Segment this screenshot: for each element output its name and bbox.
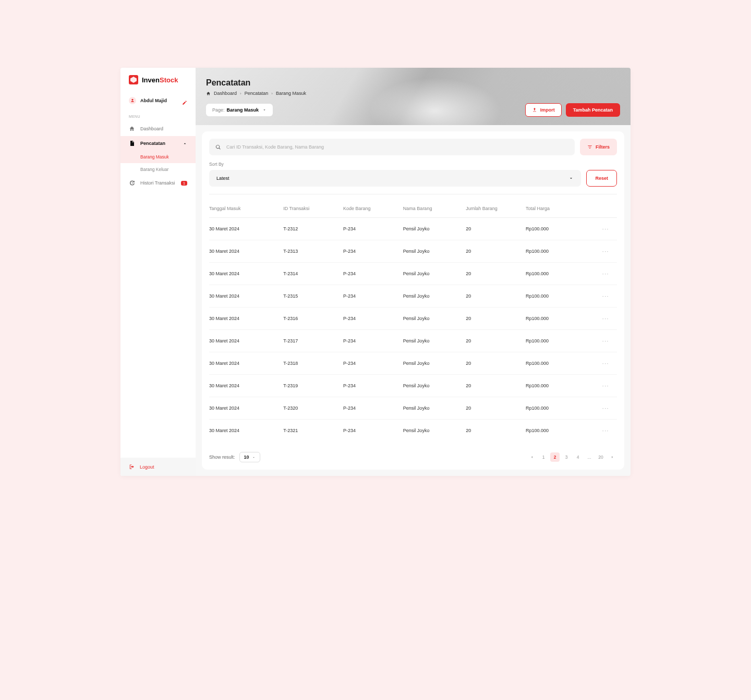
cell: Rp100.000: [526, 361, 594, 366]
page-number[interactable]: 1: [539, 452, 548, 462]
filters-label: Filters: [596, 144, 610, 150]
cell: Pensil Joyko: [403, 271, 466, 276]
page-number[interactable]: 2: [550, 452, 560, 462]
nav-pencatatan[interactable]: Pencatatan: [120, 136, 196, 151]
table-row: 30 Maret 2024T-2316P-234Pensil Joyko20Rp…: [209, 308, 617, 330]
pagination: 1234...20: [527, 452, 617, 462]
row-actions[interactable]: ···: [594, 292, 617, 300]
cell: T-2313: [283, 249, 343, 254]
page-selector-label: Page:: [212, 107, 225, 113]
row-actions[interactable]: ···: [594, 270, 617, 277]
nav-histori[interactable]: Histori Transaksi 1: [120, 176, 196, 190]
page-number[interactable]: 3: [562, 452, 571, 462]
logout-label: Logout: [140, 464, 154, 470]
crumb[interactable]: Dashboard: [214, 91, 237, 96]
row-actions[interactable]: ···: [594, 225, 617, 232]
cell: T-2316: [283, 316, 343, 321]
nav-dashboard[interactable]: Dashboard: [120, 121, 196, 136]
separator: ›: [271, 91, 273, 96]
sub-barang-keluar[interactable]: Barang Keluar: [120, 163, 196, 176]
cell: 20: [466, 406, 526, 411]
document-icon: [129, 140, 135, 146]
import-icon: [532, 107, 537, 113]
edit-icon[interactable]: [182, 98, 187, 103]
cell: 30 Maret 2024: [209, 383, 283, 388]
history-icon: [129, 180, 135, 186]
crumb[interactable]: Pencatatan: [245, 91, 269, 96]
table-row: 30 Maret 2024T-2315P-234Pensil Joyko20Rp…: [209, 285, 617, 308]
show-result-value: 10: [244, 455, 249, 460]
show-result: Show result: 10: [209, 452, 260, 462]
row-actions[interactable]: ···: [594, 337, 617, 345]
cell: Rp100.000: [526, 249, 594, 254]
reset-button[interactable]: Reset: [586, 170, 617, 187]
filters-button[interactable]: Filters: [580, 139, 617, 155]
sub-barang-masuk[interactable]: Barang Masuk: [120, 151, 196, 163]
cell: 30 Maret 2024: [209, 361, 283, 366]
page-number[interactable]: 4: [573, 452, 583, 462]
cell: Rp100.000: [526, 293, 594, 299]
menu-label: MENU: [120, 109, 196, 121]
cell: Pensil Joyko: [403, 226, 466, 231]
row-actions[interactable]: ···: [594, 404, 617, 412]
page-selector[interactable]: Page: Barang Masuk: [206, 104, 273, 116]
cell: 30 Maret 2024: [209, 406, 283, 411]
page-title: Pencatatan: [206, 78, 620, 88]
cell: P-234: [343, 428, 403, 433]
cell: 30 Maret 2024: [209, 316, 283, 321]
cell: 30 Maret 2024: [209, 428, 283, 433]
table-row: 30 Maret 2024T-2321P-234Pensil Joyko20Rp…: [209, 420, 617, 441]
row-actions[interactable]: ···: [594, 248, 617, 255]
show-result-label: Show result:: [209, 455, 235, 460]
row-actions[interactable]: ···: [594, 360, 617, 367]
home-icon: [129, 126, 135, 132]
sort-label: Sort By: [209, 162, 617, 167]
cell: 30 Maret 2024: [209, 293, 283, 299]
search-box: [209, 139, 575, 155]
cell: Rp100.000: [526, 428, 594, 433]
table-row: 30 Maret 2024T-2312P-234Pensil Joyko20Rp…: [209, 218, 617, 240]
user-row: Abdul Majid: [120, 92, 196, 109]
page-next[interactable]: [608, 452, 617, 462]
row-actions[interactable]: ···: [594, 315, 617, 322]
page-number[interactable]: 20: [596, 452, 605, 462]
chevron-down-icon: [568, 176, 574, 181]
nav-label: Pencatatan: [140, 141, 165, 146]
cell: 30 Maret 2024: [209, 226, 283, 231]
search-input[interactable]: [226, 144, 568, 150]
logo: InvenStock: [120, 75, 196, 92]
badge: 1: [181, 181, 187, 186]
cell: T-2320: [283, 406, 343, 411]
avatar: [129, 97, 136, 104]
add-button[interactable]: Tambah Pencatan: [566, 103, 620, 117]
col-header: Tanggal Masuk: [209, 206, 283, 211]
cell: P-234: [343, 383, 403, 388]
cell: T-2314: [283, 271, 343, 276]
table-row: 30 Maret 2024T-2313P-234Pensil Joyko20Rp…: [209, 240, 617, 263]
cell: 20: [466, 361, 526, 366]
content-card: Filters Sort By Latest Reset Tanggal Mas…: [202, 131, 624, 470]
cell: P-234: [343, 316, 403, 321]
col-header: Nama Barang: [403, 206, 466, 211]
cell: P-234: [343, 338, 403, 343]
table: Tanggal Masuk ID Transaksi Kode Barang N…: [209, 200, 617, 441]
show-result-select[interactable]: 10: [239, 452, 260, 462]
logout-button[interactable]: Logout: [120, 458, 196, 476]
row-actions[interactable]: ···: [594, 427, 617, 434]
cell: Pensil Joyko: [403, 338, 466, 343]
cell: Rp100.000: [526, 406, 594, 411]
cell: P-234: [343, 249, 403, 254]
row-actions[interactable]: ···: [594, 382, 617, 389]
page-prev[interactable]: [527, 452, 537, 462]
cell: Rp100.000: [526, 226, 594, 231]
import-button[interactable]: Import: [525, 103, 562, 117]
cell: P-234: [343, 226, 403, 231]
cell: 30 Maret 2024: [209, 271, 283, 276]
logo-text: InvenStock: [142, 76, 178, 84]
cell: 20: [466, 293, 526, 299]
table-header: Tanggal Masuk ID Transaksi Kode Barang N…: [209, 200, 617, 218]
cell: 20: [466, 338, 526, 343]
cell: Pensil Joyko: [403, 249, 466, 254]
sort-select[interactable]: Latest: [209, 170, 581, 187]
chevron-down-icon: [262, 108, 267, 112]
